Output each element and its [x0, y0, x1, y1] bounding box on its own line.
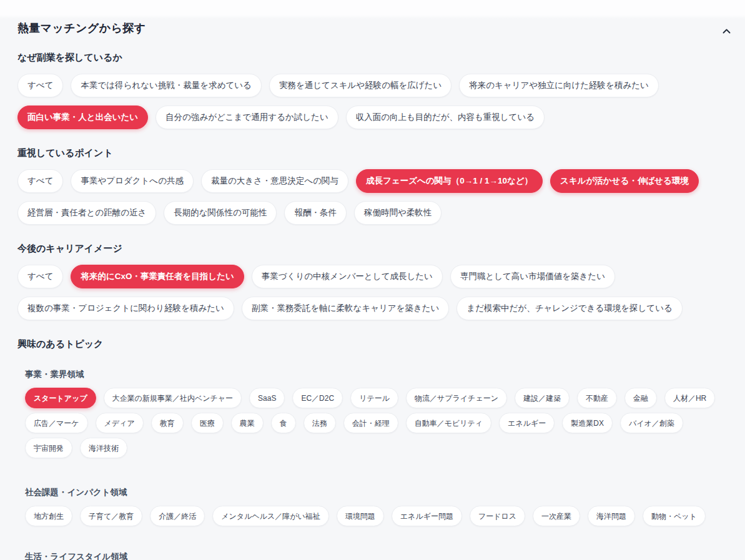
filter-chip[interactable]: 将来的にCxO・事業責任者を目指したい [71, 265, 244, 288]
section-heading: 今後のキャリアイメージ [17, 242, 728, 255]
topic-group-industry: 事業・業界領域 スタートアップ 大企業の新規事業／社内ベンチャー SaaS EC… [25, 369, 728, 458]
topic-chip[interactable]: 建設／建築 [515, 388, 570, 408]
filter-chip[interactable]: 専門職として高い市場価値を築きたい [450, 265, 615, 288]
topic-chip[interactable]: スタートアップ [25, 388, 96, 408]
chip-row: スタートアップ 大企業の新規事業／社内ベンチャー SaaS EC／D2C リテー… [25, 388, 728, 458]
filter-chip[interactable]: 本業では得られない挑戦・裁量を求めている [71, 74, 261, 97]
topic-chip[interactable]: 農業 [231, 413, 264, 433]
topic-chip[interactable]: フードロス [470, 506, 525, 526]
topic-chip[interactable]: 会計・経理 [343, 413, 398, 433]
topic-chip[interactable]: 環境問題 [337, 506, 384, 526]
page-title: 熱量マッチングから探す [17, 21, 728, 35]
section-valued-points: 重視しているポイント すべて 事業やプロダクトへの共感 裁量の大きさ・意思決定へ… [17, 147, 728, 225]
topic-chip[interactable]: 広告／マーケ [25, 413, 88, 433]
topic-chip[interactable]: エネルギー問題 [392, 506, 462, 526]
topic-chip[interactable]: 法務 [303, 413, 336, 433]
chip-row: すべて 事業やプロダクトへの共感 裁量の大きさ・意思決定への関与 成長フェーズへ… [17, 169, 728, 225]
topic-group-lifestyle: 生活・ライフスタイル領域 [25, 551, 728, 560]
topic-chip[interactable]: 人材／HR [664, 388, 715, 408]
chevron-up-icon [721, 27, 732, 36]
chip-row: 地方創生 子育て／教育 介護／終活 メンタルヘルス／障がい福祉 環境問題 エネル… [25, 506, 728, 526]
topic-chip[interactable]: 子育て／教育 [80, 506, 142, 526]
filter-chip[interactable]: 稼働時間や柔軟性 [354, 201, 442, 225]
topic-group-heading: 生活・ライフスタイル領域 [25, 551, 728, 560]
filter-chip[interactable]: 収入面の向上も目的だが、内容も重視している [346, 106, 545, 129]
filter-chip[interactable]: すべて [17, 265, 63, 288]
filter-chip[interactable]: 報酬・条件 [284, 201, 347, 225]
topic-chip[interactable]: 海洋問題 [588, 506, 635, 526]
topic-group-heading: 事業・業界領域 [25, 369, 728, 380]
topic-chip[interactable]: リテール [350, 388, 398, 408]
topic-chip[interactable]: 物流／サプライチェーン [406, 388, 507, 408]
topic-chip[interactable]: 不動産 [577, 388, 617, 408]
collapse-panel-button[interactable] [718, 24, 735, 39]
topic-chip[interactable]: メディア [96, 413, 144, 433]
topic-chip[interactable]: 教育 [151, 413, 184, 433]
filter-chip[interactable]: 裁量の大きさ・意思決定への関与 [201, 169, 348, 193]
topic-chip[interactable]: メンタルヘルス／障がい福祉 [212, 506, 329, 526]
topic-chip[interactable]: 動物・ペット [643, 506, 706, 526]
topic-chip[interactable]: 製造業DX [562, 413, 613, 433]
topic-chip[interactable]: SaaS [249, 388, 285, 408]
filter-chip[interactable]: 自分の強みがどこまで通用するか試したい [155, 106, 338, 129]
filter-chip[interactable]: 事業づくりの中核メンバーとして成長したい [252, 265, 443, 288]
filter-chip[interactable]: すべて [17, 74, 63, 97]
filter-chip[interactable]: まだ模索中だが、チャレンジできる環境を探している [456, 297, 682, 320]
topic-group-heading: 社会課題・インパクト領域 [25, 487, 728, 498]
chip-row: すべて 将来的にCxO・事業責任者を目指したい 事業づくりの中核メンバーとして成… [17, 265, 728, 320]
filter-chip[interactable]: 実務を通じてスキルや経験の幅を広げたい [269, 74, 451, 97]
topic-chip[interactable]: 金融 [624, 388, 657, 408]
topic-group-social-impact: 社会課題・インパクト領域 地方創生 子育て／教育 介護／終活 メンタルヘルス／障… [25, 487, 728, 526]
topic-chip[interactable]: EC／D2C [292, 388, 343, 408]
topic-chip[interactable]: 海洋技術 [80, 438, 127, 458]
filter-chip[interactable]: 事業やプロダクトへの共感 [71, 169, 194, 193]
filter-chip[interactable]: 複数の事業・プロジェクトに関わり経験を積みたい [17, 297, 234, 320]
topic-chip[interactable]: 地方創生 [25, 506, 72, 526]
topic-chip[interactable]: エネルギー [499, 413, 555, 433]
filter-chip[interactable]: 成長フェーズへの関与（0→1 / 1→10など） [356, 169, 543, 193]
topic-chip[interactable]: 宇宙開発 [25, 438, 72, 458]
topic-chip[interactable]: 大企業の新規事業／社内ベンチャー [104, 388, 242, 408]
filter-chip[interactable]: 将来のキャリアや独立に向けた経験を積みたい [459, 74, 659, 97]
topic-chip[interactable]: 自動車／モビリティ [406, 413, 491, 433]
section-reason: なぜ副業を探しているか すべて 本業では得られない挑戦・裁量を求めている 実務を… [17, 51, 728, 129]
section-career-image: 今後のキャリアイメージ すべて 将来的にCxO・事業責任者を目指したい 事業づく… [17, 242, 728, 320]
filter-chip[interactable]: 長期的な関係性の可能性 [164, 201, 277, 225]
matching-filter-panel: 熱量マッチングから探す なぜ副業を探しているか すべて 本業では得られない挑戦・… [0, 0, 745, 560]
topic-chip[interactable]: 一次産業 [533, 506, 580, 526]
filter-chip[interactable]: 面白い事業・人と出会いたい [17, 106, 148, 129]
filter-chip[interactable]: 副業・業務委託を軸に柔軟なキャリアを築きたい [242, 297, 449, 320]
chip-row: すべて 本業では得られない挑戦・裁量を求めている 実務を通じてスキルや経験の幅を… [17, 74, 728, 129]
topic-chip[interactable]: 医療 [191, 413, 224, 433]
topic-chip[interactable]: 食 [271, 413, 296, 433]
filter-chip[interactable]: 経営層・責任者との距離の近さ [17, 201, 156, 225]
topics-heading: 興味のあるトピック [17, 338, 728, 350]
filter-chip[interactable]: すべて [17, 169, 63, 193]
topic-chip[interactable]: 介護／終活 [150, 506, 205, 526]
section-heading: 重視しているポイント [17, 147, 728, 159]
topic-chip[interactable]: バイオ／創薬 [620, 413, 683, 433]
filter-chip[interactable]: スキルが活かせる・伸ばせる環境 [550, 169, 699, 193]
section-heading: なぜ副業を探しているか [17, 51, 728, 64]
